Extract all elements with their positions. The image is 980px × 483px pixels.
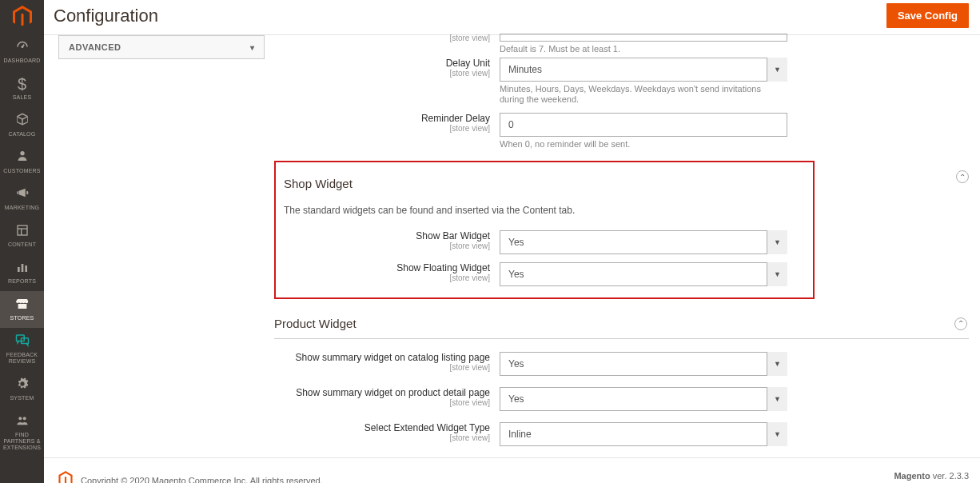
dashboard-icon bbox=[15, 38, 30, 56]
field-row-delay-default: [store view] Default is 7. Must be at le… bbox=[274, 34, 969, 54]
sidebar-item-marketing[interactable]: MARKETING bbox=[0, 181, 44, 218]
section-title: Product Widget bbox=[274, 317, 357, 330]
save-config-button[interactable]: Save Config bbox=[886, 3, 969, 28]
sidebar-label: REPORTS bbox=[8, 278, 36, 285]
field-label: Show summary widget on product detail pa… bbox=[274, 387, 490, 398]
field-label: Show Bar Widget bbox=[284, 230, 490, 242]
admin-sidebar: DASHBOARD $ SALES CATALOG CUSTOMERS MARK… bbox=[0, 0, 44, 483]
reminder-delay-input[interactable] bbox=[500, 113, 787, 137]
partners-icon bbox=[15, 413, 30, 430]
select-value: Yes bbox=[500, 352, 787, 376]
svg-line-1 bbox=[22, 45, 24, 47]
select-value: Yes bbox=[500, 262, 787, 286]
sidebar-label: SALES bbox=[13, 94, 32, 101]
megaphone-icon bbox=[14, 186, 30, 203]
nav-section-advanced[interactable]: ADVANCED ▾ bbox=[58, 35, 265, 59]
sidebar-label: FEEDBACK REVIEWS bbox=[2, 352, 42, 365]
sidebar-item-system[interactable]: SYSTEM bbox=[0, 371, 44, 408]
chevron-down-icon: ▾ bbox=[250, 43, 255, 52]
svg-rect-3 bbox=[18, 226, 27, 235]
field-row-summary-detail: Show summary widget on product detail pa… bbox=[274, 387, 969, 411]
field-scope: [store view] bbox=[274, 433, 490, 443]
summary-detail-select[interactable]: Yes ▼ bbox=[500, 387, 787, 411]
sidebar-label: MARKETING bbox=[5, 205, 39, 211]
footer-version: ver. 2.3.3 bbox=[930, 471, 969, 481]
select-value: Yes bbox=[500, 230, 787, 254]
svg-point-11 bbox=[18, 417, 22, 420]
svg-rect-7 bbox=[21, 264, 23, 272]
config-nav: ADVANCED ▾ bbox=[58, 35, 265, 457]
sidebar-item-feedback[interactable]: FEEDBACK REVIEWS bbox=[0, 328, 44, 371]
select-value: Inline bbox=[500, 422, 787, 446]
field-row-show-bar: Show Bar Widget [store view] Yes ▼ bbox=[284, 230, 805, 254]
field-scope: [store view] bbox=[274, 363, 490, 373]
field-scope: [store view] bbox=[284, 273, 490, 283]
field-label: Show summary widget on catalog listing p… bbox=[274, 352, 490, 363]
section-title: Shop Widget bbox=[284, 177, 353, 190]
svg-point-2 bbox=[20, 151, 24, 155]
product-widget-header[interactable]: Product Widget ⌃ bbox=[274, 309, 969, 339]
shop-widget-section: Shop Widget The standard widgets can be … bbox=[274, 161, 815, 299]
chart-icon bbox=[16, 259, 29, 277]
svg-rect-8 bbox=[25, 265, 27, 272]
sidebar-label: CUSTOMERS bbox=[3, 168, 40, 174]
show-floating-select[interactable]: Yes ▼ bbox=[500, 262, 787, 286]
footer-copyright: Copyright © 2020 Magento Commerce Inc. A… bbox=[81, 476, 323, 484]
shop-widget-header[interactable]: Shop Widget bbox=[284, 175, 805, 198]
store-icon bbox=[15, 296, 30, 313]
sidebar-label: CONTENT bbox=[8, 242, 36, 248]
field-label: Delay Unit bbox=[274, 58, 490, 69]
section-description: The standard widgets can be found and in… bbox=[284, 205, 805, 216]
sidebar-item-customers[interactable]: CUSTOMERS bbox=[0, 144, 44, 181]
sidebar-item-reports[interactable]: REPORTS bbox=[0, 254, 44, 291]
gear-icon bbox=[16, 376, 29, 393]
nav-section-label: ADVANCED bbox=[69, 42, 122, 52]
field-help: Minutes, Hours, Days, Weekdays. Weekdays… bbox=[500, 84, 787, 105]
sidebar-item-sales[interactable]: $ SALES bbox=[0, 70, 44, 107]
magento-footer-logo-icon bbox=[58, 471, 73, 483]
field-row-delay-unit: Delay Unit [store view] Minutes ▼ Minute… bbox=[274, 58, 969, 105]
dollar-icon: $ bbox=[18, 75, 26, 93]
person-icon bbox=[16, 149, 29, 166]
sidebar-item-catalog[interactable]: CATALOG bbox=[0, 107, 44, 144]
select-value: Minutes bbox=[500, 58, 787, 82]
field-scope: [store view] bbox=[274, 398, 490, 408]
magento-logo[interactable] bbox=[0, 0, 44, 34]
config-panel: [store view] Default is 7. Must be at le… bbox=[274, 35, 969, 457]
field-row-extended-type: Select Extended Widget Type [store view]… bbox=[274, 422, 969, 446]
field-help: Default is 7. Must be at least 1. bbox=[500, 44, 787, 54]
footer-product: Magento bbox=[894, 471, 930, 481]
sidebar-label: DASHBOARD bbox=[3, 58, 40, 64]
field-row-reminder-delay: Reminder Delay [store view] When 0, no r… bbox=[274, 113, 969, 150]
field-label: Select Extended Widget Type bbox=[274, 422, 490, 433]
show-bar-select[interactable]: Yes ▼ bbox=[500, 230, 787, 254]
box-icon bbox=[15, 112, 30, 130]
sidebar-label: CATALOG bbox=[9, 131, 36, 138]
sidebar-item-content[interactable]: CONTENT bbox=[0, 218, 44, 254]
collapse-icon[interactable]: ⌃ bbox=[954, 317, 967, 330]
extended-type-select[interactable]: Inline ▼ bbox=[500, 422, 787, 446]
field-scope: [store view] bbox=[284, 242, 490, 251]
collapse-icon[interactable]: ⌃ bbox=[956, 170, 969, 183]
page-footer: Copyright © 2020 Magento Commerce Inc. A… bbox=[44, 457, 980, 483]
field-scope: [store view] bbox=[274, 124, 490, 134]
sidebar-label: STORES bbox=[10, 315, 34, 321]
field-help: When 0, no reminder will be sent. bbox=[500, 139, 787, 150]
page-header: Configuration Save Config bbox=[44, 0, 980, 35]
delay-default-input[interactable] bbox=[500, 34, 787, 42]
sidebar-item-stores[interactable]: STORES bbox=[0, 291, 44, 328]
layout-icon bbox=[16, 222, 29, 240]
field-label: Reminder Delay bbox=[274, 113, 490, 124]
sidebar-item-partners[interactable]: FIND PARTNERS & EXTENSIONS bbox=[0, 408, 44, 457]
select-value: Yes bbox=[500, 387, 787, 411]
field-row-summary-listing: Show summary widget on catalog listing p… bbox=[274, 352, 969, 376]
field-row-show-floating: Show Floating Widget [store view] Yes ▼ bbox=[284, 262, 805, 286]
sidebar-item-dashboard[interactable]: DASHBOARD bbox=[0, 34, 44, 70]
delay-unit-select[interactable]: Minutes ▼ bbox=[500, 58, 787, 82]
field-label: Show Floating Widget bbox=[284, 262, 490, 273]
field-scope: [store view] bbox=[274, 69, 490, 78]
summary-listing-select[interactable]: Yes ▼ bbox=[500, 352, 787, 376]
sidebar-label: SYSTEM bbox=[10, 395, 34, 401]
magento-logo-icon bbox=[13, 6, 32, 28]
page-title: Configuration bbox=[54, 6, 158, 26]
